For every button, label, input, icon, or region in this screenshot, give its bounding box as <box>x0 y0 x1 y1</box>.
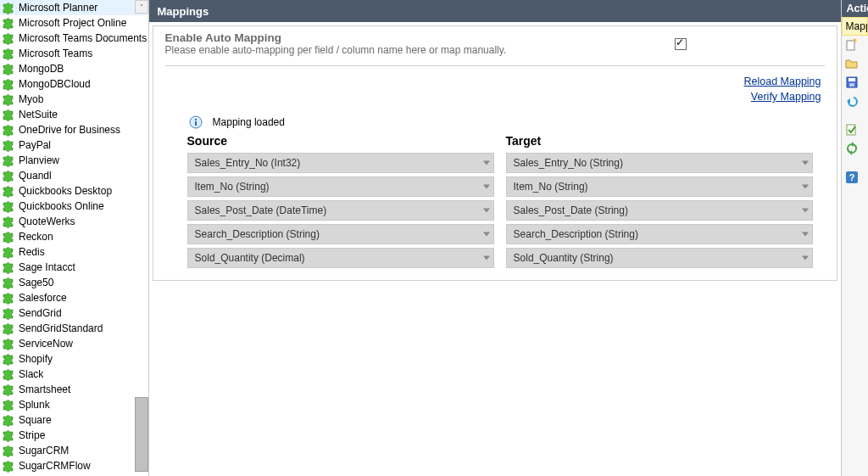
puzzle-icon <box>2 1 15 14</box>
help-icon[interactable]: ? <box>842 168 868 187</box>
reload-mapping-link[interactable]: Reload Mapping <box>743 76 821 87</box>
connector-label: QuoteWerks <box>19 216 75 227</box>
connector-item[interactable]: NetSuite <box>0 107 148 122</box>
auto-mapping-panel: Enable Auto Mapping Please enable auto-m… <box>153 25 837 281</box>
puzzle-icon <box>2 352 15 366</box>
connector-item[interactable]: SendGridStandard <box>0 321 148 336</box>
puzzle-icon <box>2 123 15 137</box>
verify-mapping-link[interactable]: Verify Mapping <box>751 91 821 103</box>
svg-rect-2 <box>195 119 197 120</box>
puzzle-icon <box>2 428 15 442</box>
auto-map-heading: Enable Auto Mapping <box>165 31 537 44</box>
connector-item[interactable]: Smartsheet <box>0 382 148 397</box>
chevron-down-icon <box>483 232 490 237</box>
connector-label: SugarCRMFlow <box>19 460 91 472</box>
source-field-dropdown[interactable]: Sales_Post_Date (DateTime) <box>187 200 494 221</box>
connector-label: Stripe <box>19 429 45 441</box>
connector-item[interactable]: MongoDBCloud <box>0 76 148 92</box>
mapping-row: Sold_Quantity (Decimal)Sold_Quantity (St… <box>187 248 813 268</box>
connector-item[interactable]: ServiceNow <box>0 336 148 351</box>
connector-item[interactable]: Shopify <box>0 351 148 367</box>
puzzle-icon <box>2 306 15 320</box>
connector-label: SendGridStandard <box>19 322 103 334</box>
puzzle-icon <box>2 62 15 76</box>
connector-label: Microsoft Planner <box>19 2 97 14</box>
puzzle-icon <box>2 245 15 259</box>
puzzle-icon <box>2 92 15 106</box>
target-field-dropdown[interactable]: Item_No (String) <box>506 176 813 197</box>
connector-item[interactable]: Slack <box>0 367 148 382</box>
connector-item[interactable]: MongoDB <box>0 61 148 76</box>
connector-item[interactable]: Microsoft Teams <box>0 46 148 61</box>
connector-item[interactable]: Quickbooks Online <box>0 199 148 214</box>
target-field-dropdown[interactable]: Search_Description (String) <box>506 224 813 244</box>
connector-label: OneDrive for Business <box>19 124 120 136</box>
target-header: Target <box>506 134 813 148</box>
open-folder-icon[interactable] <box>842 54 868 73</box>
chevron-down-icon <box>483 209 490 213</box>
validate-icon[interactable] <box>842 120 868 139</box>
connector-label: Microsoft Project Online <box>19 17 126 29</box>
puzzle-icon <box>2 47 15 60</box>
svg-rect-7 <box>849 83 854 87</box>
source-field-dropdown[interactable]: Sold_Quantity (Decimal) <box>187 248 494 268</box>
puzzle-icon <box>2 230 15 244</box>
mapping-row: Sales_Post_Date (DateTime)Sales_Post_Dat… <box>187 200 813 221</box>
svg-marker-11 <box>849 150 852 155</box>
undo-icon[interactable] <box>842 92 868 110</box>
connector-item[interactable]: SugarCRMFlow <box>0 458 148 473</box>
connector-item[interactable]: Sage50 <box>0 275 148 290</box>
connector-item[interactable]: Microsoft Teams Documents <box>0 31 148 46</box>
svg-rect-6 <box>849 78 855 81</box>
connector-label: Microsoft Teams Documents <box>19 32 147 44</box>
connector-item[interactable]: SendGrid <box>0 305 148 321</box>
source-field-dropdown[interactable]: Item_No (String) <box>187 176 494 197</box>
auto-map-description: Please enable auto-mapping per field / c… <box>165 44 537 57</box>
connector-label: Microsoft Teams <box>19 48 92 59</box>
puzzle-icon <box>2 31 15 45</box>
actions-panel: Actions Mappings ? <box>841 0 868 476</box>
puzzle-icon <box>2 154 15 167</box>
connector-item[interactable]: Splunk <box>0 397 148 412</box>
puzzle-icon <box>2 169 15 182</box>
actions-active-item[interactable]: Mappings <box>842 17 868 36</box>
connector-item[interactable]: Redis <box>0 244 148 260</box>
connector-item[interactable]: Salesforce <box>0 290 148 305</box>
connector-item[interactable]: OneDrive for Business <box>0 122 148 137</box>
connector-item[interactable]: Myob <box>0 92 148 107</box>
scroll-up-arrow[interactable]: ˄ <box>135 0 148 14</box>
target-field-dropdown[interactable]: Sold_Quantity (String) <box>506 248 813 268</box>
connector-item[interactable]: Square <box>0 412 148 428</box>
connector-item[interactable]: Quandl <box>0 168 148 183</box>
new-file-icon[interactable] <box>842 36 868 54</box>
puzzle-icon <box>2 413 15 427</box>
auto-map-checkbox[interactable] <box>675 38 687 50</box>
refresh-icon[interactable] <box>842 139 868 158</box>
connector-item[interactable]: Microsoft Planner <box>0 0 148 15</box>
connector-item[interactable]: Stripe <box>0 428 148 443</box>
connector-label: Smartsheet <box>19 384 70 395</box>
connector-label: Myob <box>19 93 43 105</box>
puzzle-icon <box>2 276 15 289</box>
puzzle-icon <box>2 260 15 274</box>
puzzle-icon <box>2 322 15 335</box>
puzzle-icon <box>2 337 15 350</box>
connector-item[interactable]: Microsoft Project Online <box>0 15 148 31</box>
source-field-dropdown[interactable]: Search_Description (String) <box>187 224 494 244</box>
connector-item[interactable]: Reckon <box>0 229 148 244</box>
connector-item[interactable]: Quickbooks Desktop <box>0 183 148 199</box>
chevron-down-icon <box>802 185 809 189</box>
target-field-dropdown[interactable]: Sales_Entry_No (String) <box>506 153 813 173</box>
scrollbar-thumb[interactable] <box>135 397 148 472</box>
target-field-dropdown[interactable]: Sales_Post_Date (String) <box>506 200 813 221</box>
connector-item[interactable]: PayPal <box>0 137 148 153</box>
connector-item[interactable]: QuoteWerks <box>0 214 148 229</box>
chevron-down-icon <box>802 209 809 213</box>
save-icon[interactable] <box>842 73 868 92</box>
source-field-dropdown[interactable]: Sales_Entry_No (Int32) <box>187 153 494 173</box>
connector-item[interactable]: SugarCRM <box>0 443 148 458</box>
connector-item[interactable]: Planview <box>0 153 148 168</box>
connector-item[interactable]: Sage Intacct <box>0 260 148 275</box>
connector-label: SendGrid <box>19 307 62 319</box>
chevron-down-icon <box>483 256 490 260</box>
